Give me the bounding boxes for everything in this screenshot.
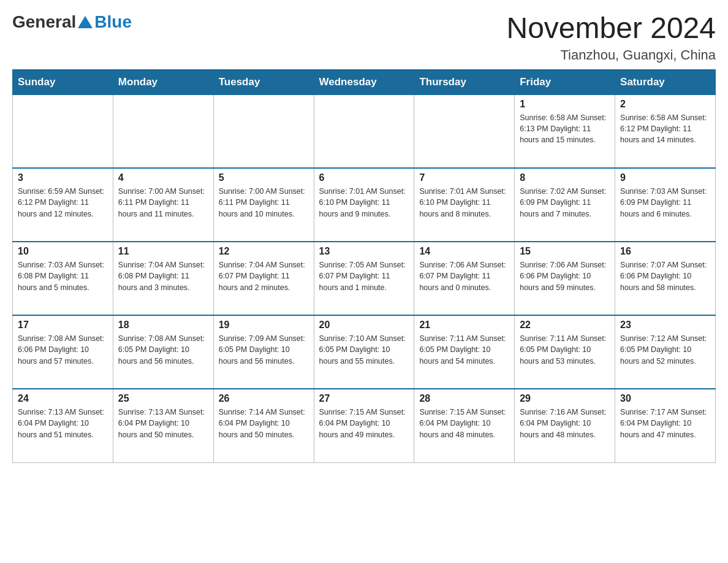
day-number: 5 <box>219 172 309 183</box>
day-number: 12 <box>219 246 309 257</box>
calendar-day-cell: 23Sunrise: 7:12 AM Sunset: 6:05 PM Dayli… <box>615 315 716 389</box>
logo-blue-text: Blue <box>94 12 132 32</box>
day-info: Sunrise: 7:15 AM Sunset: 6:04 PM Dayligh… <box>319 407 409 440</box>
day-info: Sunrise: 7:17 AM Sunset: 6:04 PM Dayligh… <box>620 407 710 440</box>
day-number: 2 <box>620 99 710 110</box>
day-info: Sunrise: 7:07 AM Sunset: 6:06 PM Dayligh… <box>620 259 710 293</box>
day-number: 7 <box>419 172 509 183</box>
day-number: 20 <box>319 320 409 331</box>
calendar-day-cell: 21Sunrise: 7:11 AM Sunset: 6:05 PM Dayli… <box>414 315 515 389</box>
calendar-day-cell: 3Sunrise: 6:59 AM Sunset: 6:12 PM Daylig… <box>13 168 113 242</box>
calendar-header-row: SundayMondayTuesdayWednesdayThursdayFrid… <box>13 69 716 94</box>
day-info: Sunrise: 7:08 AM Sunset: 6:06 PM Dayligh… <box>18 333 108 366</box>
day-number: 8 <box>520 172 610 183</box>
calendar-day-header: Saturday <box>615 69 716 94</box>
day-number: 3 <box>18 172 108 183</box>
calendar-day-cell: 4Sunrise: 7:00 AM Sunset: 6:11 PM Daylig… <box>113 168 213 242</box>
page-header: General Blue November 2024 Tianzhou, Gua… <box>12 12 716 63</box>
day-info: Sunrise: 7:03 AM Sunset: 6:09 PM Dayligh… <box>620 186 710 219</box>
day-number: 13 <box>319 246 409 257</box>
calendar-day-cell: 12Sunrise: 7:04 AM Sunset: 6:07 PM Dayli… <box>213 242 314 315</box>
day-info: Sunrise: 7:13 AM Sunset: 6:04 PM Dayligh… <box>18 407 108 440</box>
day-number: 26 <box>219 393 309 404</box>
calendar-day-cell: 19Sunrise: 7:09 AM Sunset: 6:05 PM Dayli… <box>213 315 314 389</box>
calendar-week-row: 24Sunrise: 7:13 AM Sunset: 6:04 PM Dayli… <box>13 389 716 462</box>
calendar-week-row: 1Sunrise: 6:58 AM Sunset: 6:13 PM Daylig… <box>13 94 716 168</box>
calendar-day-cell: 2Sunrise: 6:58 AM Sunset: 6:12 PM Daylig… <box>615 94 716 168</box>
day-info: Sunrise: 7:11 AM Sunset: 6:05 PM Dayligh… <box>520 333 610 366</box>
day-info: Sunrise: 7:06 AM Sunset: 6:07 PM Dayligh… <box>419 259 509 293</box>
calendar-week-row: 17Sunrise: 7:08 AM Sunset: 6:06 PM Dayli… <box>13 315 716 389</box>
day-info: Sunrise: 7:13 AM Sunset: 6:04 PM Dayligh… <box>118 407 208 440</box>
calendar-day-header: Wednesday <box>314 69 414 94</box>
calendar-day-cell: 30Sunrise: 7:17 AM Sunset: 6:04 PM Dayli… <box>615 389 716 462</box>
location-title: Tianzhou, Guangxi, China <box>506 47 716 63</box>
day-info: Sunrise: 7:12 AM Sunset: 6:05 PM Dayligh… <box>620 333 710 366</box>
calendar-day-cell <box>13 94 113 168</box>
calendar-day-cell: 10Sunrise: 7:03 AM Sunset: 6:08 PM Dayli… <box>13 242 113 315</box>
calendar-day-cell <box>314 94 414 168</box>
day-info: Sunrise: 7:00 AM Sunset: 6:11 PM Dayligh… <box>219 186 309 219</box>
day-info: Sunrise: 6:59 AM Sunset: 6:12 PM Dayligh… <box>18 186 108 219</box>
calendar-week-row: 10Sunrise: 7:03 AM Sunset: 6:08 PM Dayli… <box>13 242 716 315</box>
day-number: 22 <box>520 320 610 331</box>
logo-general-text: General <box>12 12 76 32</box>
day-info: Sunrise: 7:15 AM Sunset: 6:04 PM Dayligh… <box>419 407 509 440</box>
day-info: Sunrise: 7:04 AM Sunset: 6:07 PM Dayligh… <box>219 259 309 293</box>
calendar-day-cell: 9Sunrise: 7:03 AM Sunset: 6:09 PM Daylig… <box>615 168 716 242</box>
calendar-day-cell <box>414 94 515 168</box>
calendar-day-cell: 13Sunrise: 7:05 AM Sunset: 6:07 PM Dayli… <box>314 242 414 315</box>
day-number: 18 <box>118 320 208 331</box>
day-number: 19 <box>219 320 309 331</box>
calendar-day-cell: 20Sunrise: 7:10 AM Sunset: 6:05 PM Dayli… <box>314 315 414 389</box>
day-number: 11 <box>118 246 208 257</box>
day-number: 28 <box>419 393 509 404</box>
day-info: Sunrise: 7:00 AM Sunset: 6:11 PM Dayligh… <box>118 186 208 219</box>
day-info: Sunrise: 7:01 AM Sunset: 6:10 PM Dayligh… <box>419 186 509 219</box>
day-number: 23 <box>620 320 710 331</box>
calendar-day-cell: 26Sunrise: 7:14 AM Sunset: 6:04 PM Dayli… <box>213 389 314 462</box>
calendar-day-cell: 16Sunrise: 7:07 AM Sunset: 6:06 PM Dayli… <box>615 242 716 315</box>
day-info: Sunrise: 7:04 AM Sunset: 6:08 PM Dayligh… <box>118 259 208 293</box>
day-number: 27 <box>319 393 409 404</box>
logo: General Blue <box>12 12 132 32</box>
calendar-day-cell: 14Sunrise: 7:06 AM Sunset: 6:07 PM Dayli… <box>414 242 515 315</box>
logo-triangle-icon <box>78 16 93 28</box>
calendar-day-cell: 8Sunrise: 7:02 AM Sunset: 6:09 PM Daylig… <box>515 168 615 242</box>
calendar-day-cell: 5Sunrise: 7:00 AM Sunset: 6:11 PM Daylig… <box>213 168 314 242</box>
day-info: Sunrise: 7:05 AM Sunset: 6:07 PM Dayligh… <box>319 259 409 293</box>
day-number: 24 <box>18 393 108 404</box>
calendar-day-cell: 6Sunrise: 7:01 AM Sunset: 6:10 PM Daylig… <box>314 168 414 242</box>
day-number: 14 <box>419 246 509 257</box>
calendar-day-header: Tuesday <box>213 69 314 94</box>
calendar-day-cell: 28Sunrise: 7:15 AM Sunset: 6:04 PM Dayli… <box>414 389 515 462</box>
day-info: Sunrise: 7:16 AM Sunset: 6:04 PM Dayligh… <box>520 407 610 440</box>
day-number: 17 <box>18 320 108 331</box>
calendar-day-cell: 1Sunrise: 6:58 AM Sunset: 6:13 PM Daylig… <box>515 94 615 168</box>
calendar-day-header: Thursday <box>414 69 515 94</box>
calendar-day-cell: 11Sunrise: 7:04 AM Sunset: 6:08 PM Dayli… <box>113 242 213 315</box>
day-number: 15 <box>520 246 610 257</box>
day-number: 16 <box>620 246 710 257</box>
day-info: Sunrise: 7:02 AM Sunset: 6:09 PM Dayligh… <box>520 186 610 219</box>
calendar-table: SundayMondayTuesdayWednesdayThursdayFrid… <box>12 69 716 463</box>
calendar-day-cell: 27Sunrise: 7:15 AM Sunset: 6:04 PM Dayli… <box>314 389 414 462</box>
day-info: Sunrise: 7:09 AM Sunset: 6:05 PM Dayligh… <box>219 333 309 366</box>
day-info: Sunrise: 6:58 AM Sunset: 6:12 PM Dayligh… <box>620 112 710 145</box>
calendar-day-cell: 22Sunrise: 7:11 AM Sunset: 6:05 PM Dayli… <box>515 315 615 389</box>
month-title: November 2024 <box>506 12 716 45</box>
day-number: 9 <box>620 172 710 183</box>
day-number: 21 <box>419 320 509 331</box>
calendar-week-row: 3Sunrise: 6:59 AM Sunset: 6:12 PM Daylig… <box>13 168 716 242</box>
calendar-day-cell: 18Sunrise: 7:08 AM Sunset: 6:05 PM Dayli… <box>113 315 213 389</box>
day-number: 4 <box>118 172 208 183</box>
day-info: Sunrise: 7:08 AM Sunset: 6:05 PM Dayligh… <box>118 333 208 366</box>
calendar-day-header: Friday <box>515 69 615 94</box>
calendar-day-cell <box>113 94 213 168</box>
day-info: Sunrise: 7:10 AM Sunset: 6:05 PM Dayligh… <box>319 333 409 366</box>
day-info: Sunrise: 7:14 AM Sunset: 6:04 PM Dayligh… <box>219 407 309 440</box>
calendar-day-cell: 15Sunrise: 7:06 AM Sunset: 6:06 PM Dayli… <box>515 242 615 315</box>
day-number: 10 <box>18 246 108 257</box>
day-info: Sunrise: 7:01 AM Sunset: 6:10 PM Dayligh… <box>319 186 409 219</box>
calendar-day-cell: 25Sunrise: 7:13 AM Sunset: 6:04 PM Dayli… <box>113 389 213 462</box>
